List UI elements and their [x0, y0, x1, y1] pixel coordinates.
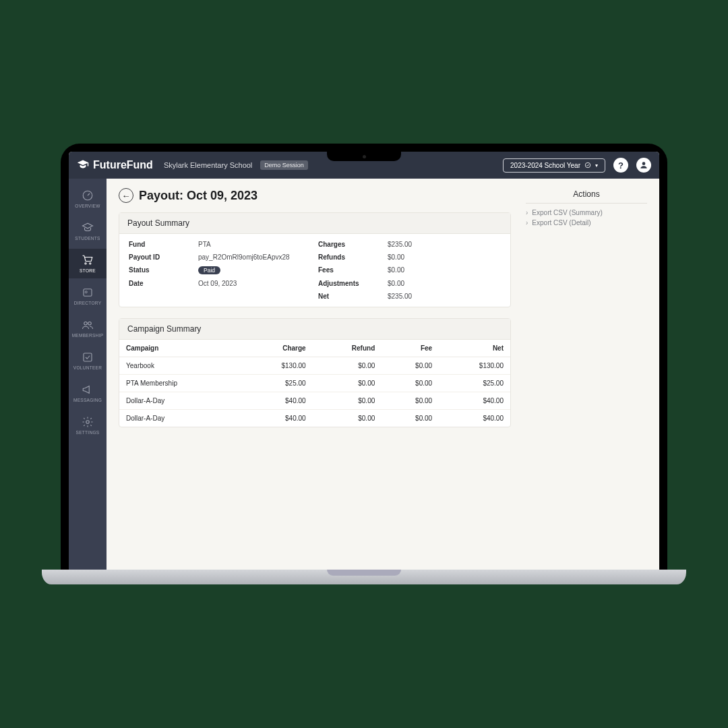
year-select-label: 2023-2024 School Year [510, 162, 580, 169]
table-row: Yearbook$130.00$0.00$0.00$130.00 [119, 357, 510, 375]
svg-point-6 [88, 322, 92, 326]
payout-id-label: Payout ID [129, 253, 193, 261]
charges-label: Charges [318, 241, 382, 248]
adjustments-value: $0.00 [388, 280, 501, 287]
chevron-right-icon: › [526, 219, 528, 226]
sidebar-item-store[interactable]: STORE [69, 249, 107, 278]
status-label: Status [129, 266, 193, 274]
brand-logo[interactable]: FutureFund [77, 159, 153, 171]
date-label: Date [129, 280, 193, 287]
col-refund: Refund [313, 340, 382, 357]
sidebar-item-membership[interactable]: MEMBERSHIP [69, 313, 107, 343]
actions-title: Actions [526, 189, 647, 204]
cell-campaign: Dollar-A-Day [119, 410, 241, 427]
charges-value: $235.00 [388, 241, 501, 248]
sidebar-label: MEMBERSHIP [72, 333, 104, 338]
cart-icon [82, 254, 94, 266]
actions-panel: Actions ›Export CSV (Summary)›Export CSV… [526, 188, 647, 228]
net-label: Net [318, 293, 382, 300]
sidebar-item-students[interactable]: STUDENTS [69, 216, 107, 246]
help-button[interactable]: ? [613, 158, 628, 173]
svg-rect-3 [84, 289, 92, 297]
question-icon: ? [618, 160, 624, 171]
status-badge: Paid [198, 266, 220, 274]
svg-rect-7 [84, 353, 92, 361]
sidebar-item-settings[interactable]: SETTINGS [69, 411, 107, 440]
svg-point-5 [84, 322, 88, 326]
cell-net: $40.00 [439, 392, 510, 410]
refunds-label: Refunds [318, 253, 382, 261]
person-icon [639, 160, 648, 170]
sidebar-label: VOLUNTEER [73, 365, 102, 370]
sidebar-label: DIRECTORY [74, 301, 102, 305]
campaign-summary-card: Campaign Summary Campaign Charge Refund … [119, 318, 511, 427]
action-link[interactable]: ›Export CSV (Detail) [526, 218, 647, 228]
cell-fee: $0.00 [382, 410, 439, 427]
sidebar-label: SETTINGS [76, 430, 100, 435]
id-card-icon [82, 286, 94, 299]
demo-session-badge: Demo Session [260, 160, 308, 170]
payout-id-value: pay_R2OmRl9omj6toEApvx28 [198, 253, 313, 261]
fees-value: $0.00 [388, 266, 501, 274]
fees-label: Fees [318, 266, 382, 274]
table-row: Dollar-A-Day$40.00$0.00$0.00$40.00 [119, 410, 510, 427]
col-fee: Fee [382, 340, 439, 357]
cell-charge: $40.00 [241, 392, 313, 410]
action-link[interactable]: ›Export CSV (Summary) [526, 208, 647, 218]
account-button[interactable] [636, 158, 651, 173]
page-title: Payout: Oct 09, 2023 [139, 189, 257, 203]
student-icon [82, 222, 94, 234]
cell-charge: $25.00 [241, 375, 313, 392]
cell-net: $25.00 [439, 375, 510, 392]
school-year-select[interactable]: 2023-2024 School Year ▾ [503, 158, 605, 173]
cell-fee: $0.00 [382, 357, 439, 375]
sidebar-item-overview[interactable]: OVERVIEW [69, 184, 107, 214]
sidebar-item-volunteer[interactable]: VOLUNTEER [69, 346, 107, 375]
table-row: PTA Membership$25.00$0.00$0.00$25.00 [119, 375, 510, 392]
laptop-notch [327, 152, 401, 161]
arrow-left-icon: ← [122, 191, 131, 201]
sidebar-item-directory[interactable]: DIRECTORY [69, 281, 107, 311]
col-campaign: Campaign [119, 340, 241, 357]
cell-refund: $0.00 [313, 410, 382, 427]
action-link-label: Export CSV (Detail) [532, 219, 590, 226]
refunds-value: $0.00 [388, 253, 501, 261]
back-button[interactable]: ← [119, 188, 133, 203]
date-value: Oct 09, 2023 [198, 280, 313, 287]
col-charge: Charge [241, 340, 313, 357]
adjustments-label: Adjustments [318, 280, 382, 287]
sidebar-label: MESSAGING [73, 398, 102, 402]
laptop-base [42, 570, 686, 584]
sidebar-item-messaging[interactable]: MESSAGING [69, 378, 107, 408]
payout-summary-card: Payout Summary Fund PTA Charges $235.00 … [119, 212, 511, 307]
sidebar-nav: OVERVIEW STUDENTS STORE DIRECTORY [69, 179, 107, 570]
cell-charge: $130.00 [241, 357, 313, 375]
svg-point-1 [642, 162, 646, 165]
cell-refund: $0.00 [313, 357, 382, 375]
cell-net: $130.00 [439, 357, 510, 375]
table-row: Dollar-A-Day$40.00$0.00$0.00$40.00 [119, 392, 510, 410]
fund-label: Fund [129, 241, 193, 248]
svg-point-4 [85, 291, 87, 293]
cell-campaign: PTA Membership [119, 375, 241, 392]
chevron-right-icon: › [526, 209, 528, 216]
card-header: Payout Summary [119, 213, 510, 234]
brand-name: FutureFund [93, 159, 153, 171]
cell-fee: $0.00 [382, 392, 439, 410]
sidebar-label: OVERVIEW [75, 204, 100, 208]
megaphone-icon [82, 384, 94, 396]
card-header: Campaign Summary [119, 319, 510, 340]
action-link-label: Export CSV (Summary) [532, 209, 602, 216]
school-name: Skylark Elementary School [164, 161, 252, 169]
gear-icon [82, 416, 94, 428]
gauge-icon [82, 189, 94, 202]
chevron-down-icon: ▾ [595, 162, 598, 169]
svg-point-8 [86, 421, 90, 424]
col-net: Net [439, 340, 510, 357]
graduation-cap-icon [77, 159, 89, 171]
net-value: $235.00 [388, 293, 501, 300]
svg-point-0 [585, 162, 590, 168]
sidebar-label: STUDENTS [75, 236, 100, 241]
checkbox-icon [82, 351, 94, 363]
campaign-table: Campaign Charge Refund Fee Net Yearbook$… [119, 340, 510, 427]
